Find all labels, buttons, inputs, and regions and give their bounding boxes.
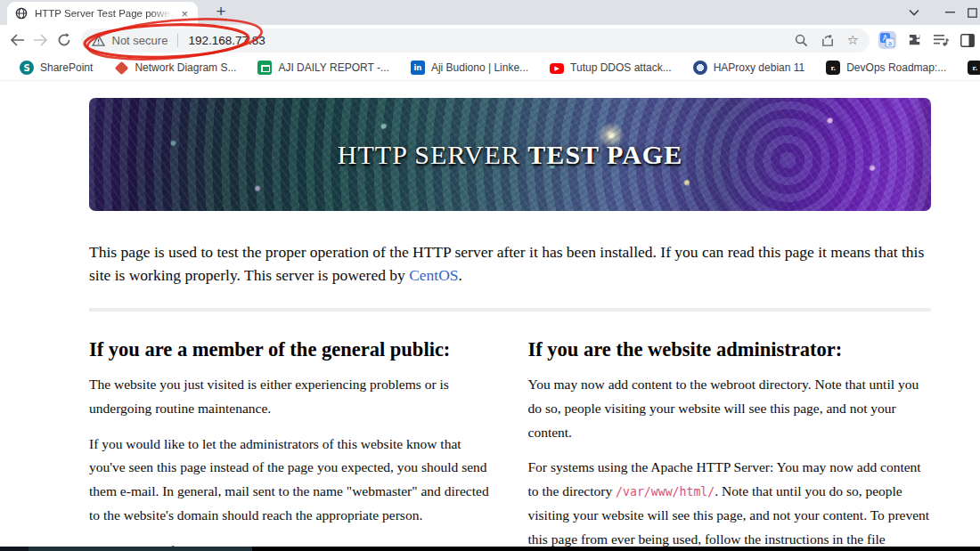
drawio-diamond-icon bbox=[114, 61, 128, 75]
extensions-puzzle-icon[interactable] bbox=[908, 33, 922, 47]
share-icon[interactable] bbox=[821, 34, 835, 47]
public-paragraph-3: For example, if you experienced problems… bbox=[89, 539, 493, 547]
roadmap-sh-icon: r. bbox=[826, 61, 840, 75]
admin-paragraph-1: You may now add content to the webroot d… bbox=[528, 373, 932, 444]
admin-paragraph-2: For systems using the Apache HTTP Server… bbox=[528, 456, 932, 547]
browser-tab[interactable]: HTTP Server Test Page powered × bbox=[7, 2, 198, 25]
general-public-section: If you are a member of the general publi… bbox=[89, 320, 493, 547]
back-button[interactable] bbox=[5, 28, 29, 53]
intro-paragraph: This page is used to test the proper ope… bbox=[89, 240, 928, 287]
tab-search-chevron-icon[interactable] bbox=[896, 0, 932, 25]
section-divider bbox=[89, 308, 931, 312]
globe-favicon-icon bbox=[14, 6, 29, 20]
public-heading: If you are a member of the general publi… bbox=[89, 338, 493, 361]
address-bar[interactable]: Not secure 192.168.77.83 ☆ bbox=[81, 28, 870, 53]
tab-title: HTTP Server Test Page powered bbox=[35, 8, 172, 19]
administrator-section: If you are the website administrator: Yo… bbox=[528, 320, 932, 547]
new-tab-button[interactable]: + bbox=[210, 1, 232, 22]
tab-close-icon[interactable]: × bbox=[178, 7, 191, 20]
minimize-button[interactable] bbox=[932, 0, 968, 25]
browser-toolbar: Not secure 192.168.77.83 ☆ Aa bbox=[0, 25, 980, 55]
bookmark-sharepoint[interactable]: S SharePoint bbox=[9, 58, 103, 77]
admin-heading: If you are the website administrator: bbox=[528, 338, 932, 361]
bookmark-docker-roadmap[interactable]: r. Docker Roadmap -... bbox=[957, 58, 980, 77]
web-page-content: HTTP SERVER TEST PAGE This page is used … bbox=[0, 81, 980, 547]
taskbar-edge bbox=[0, 547, 980, 551]
side-panel-icon[interactable] bbox=[960, 34, 975, 47]
not-secure-warning-icon[interactable] bbox=[92, 35, 105, 46]
sharepoint-icon: S bbox=[20, 61, 34, 75]
url-text[interactable]: 192.168.77.83 bbox=[188, 34, 265, 47]
tab-strip: HTTP Server Test Page powered × + bbox=[0, 0, 980, 25]
bookmark-linkedin[interactable]: in Aji Budiono | Linke... bbox=[400, 58, 539, 77]
public-paragraph-1: The website you just visited is either e… bbox=[89, 373, 493, 421]
omnibox-divider bbox=[177, 34, 178, 47]
bookmark-star-icon[interactable]: ☆ bbox=[847, 34, 859, 47]
haproxy-icon bbox=[693, 61, 707, 75]
bookmark-devops-roadmap[interactable]: r. DevOps Roadmap:... bbox=[815, 58, 957, 77]
bookmarks-bar: S SharePoint Network Diagram S... AJI DA… bbox=[0, 55, 980, 81]
bookmark-haproxy[interactable]: HAProxy debian 11 bbox=[682, 58, 816, 77]
maximize-button[interactable] bbox=[968, 0, 980, 25]
webroot-path-code: /var/www/html/ bbox=[616, 485, 715, 498]
translate-extension-icon[interactable]: Aa bbox=[878, 31, 896, 49]
google-sheets-icon bbox=[257, 61, 272, 75]
roadmap-sh-icon: r. bbox=[968, 61, 980, 75]
forward-button[interactable] bbox=[29, 28, 53, 53]
bookmark-youtube[interactable]: ▶ Tutup DDOS attack... bbox=[539, 58, 682, 77]
test-page-banner: HTTP SERVER TEST PAGE bbox=[89, 98, 931, 211]
banner-title: HTTP SERVER TEST PAGE bbox=[338, 140, 682, 170]
bookmark-daily-report[interactable]: AJI DAILY REPORT -... bbox=[247, 58, 399, 77]
svg-text:a: a bbox=[888, 40, 892, 47]
reload-button[interactable] bbox=[53, 28, 77, 53]
bookmark-network-diagram[interactable]: Network Diagram S... bbox=[103, 58, 247, 77]
youtube-icon: ▶ bbox=[550, 63, 564, 74]
media-playlist-icon[interactable] bbox=[934, 34, 949, 47]
security-label[interactable]: Not secure bbox=[112, 34, 168, 47]
public-paragraph-2: If you would like to let the administrat… bbox=[89, 433, 493, 528]
linkedin-icon: in bbox=[411, 61, 425, 75]
centos-link[interactable]: CentOS bbox=[409, 266, 458, 284]
search-icon[interactable] bbox=[795, 34, 808, 47]
